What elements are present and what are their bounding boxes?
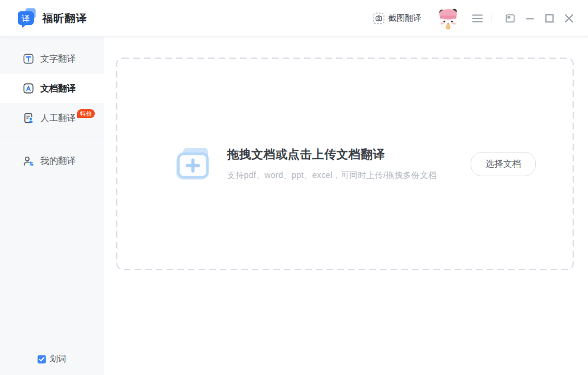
- special-price-badge: 特价: [77, 109, 95, 118]
- sidebar-item-label: 文字翻译: [40, 53, 76, 65]
- screenshot-translate-button[interactable]: 截图翻译: [373, 12, 421, 24]
- sidebar-item-label: 我的翻译: [40, 155, 76, 167]
- word-select-label: 划词: [50, 354, 66, 364]
- app-body: 文字翻译 文档翻译 人工翻译 特价: [0, 37, 588, 375]
- maximize-icon: [545, 14, 554, 23]
- close-button[interactable]: [562, 11, 576, 26]
- sidebar-item-text-translate[interactable]: 文字翻译: [0, 44, 104, 74]
- sidebar-item-label: 人工翻译: [40, 113, 76, 124]
- document-translate-icon: [23, 82, 34, 94]
- user-avatar[interactable]: [437, 7, 459, 30]
- mini-window-button[interactable]: [503, 11, 517, 26]
- minimize-button[interactable]: [523, 11, 537, 26]
- word-select-checkbox[interactable]: 划词: [37, 354, 66, 364]
- select-document-button[interactable]: 选择文档: [471, 152, 536, 176]
- my-translations-icon: [23, 155, 34, 167]
- upload-texts: 拖拽文档或点击上传文档翻译 支持pdf、word、ppt、excel，可同时上传…: [223, 147, 459, 181]
- logo-glyph: 译: [22, 13, 30, 23]
- upload-title: 拖拽文档或点击上传文档翻译: [227, 147, 459, 163]
- app-window: 译 福昕翻译 截图翻译: [0, 0, 588, 375]
- text-translate-icon: [23, 53, 34, 65]
- close-icon: [564, 14, 574, 23]
- title-bar: 译 福昕翻译 截图翻译: [0, 0, 588, 37]
- upload-subtitle: 支持pdf、word、ppt、excel，可同时上传/拖拽多份文档: [227, 170, 459, 181]
- sidebar-divider: [0, 138, 104, 138]
- header-divider: [491, 14, 491, 23]
- upload-row: 拖拽文档或点击上传文档翻译 支持pdf、word、ppt、excel，可同时上传…: [116, 147, 574, 181]
- app-logo-icon: 译: [18, 8, 37, 28]
- sidebar-item-label: 文档翻译: [40, 83, 76, 94]
- upload-dropzone[interactable]: 拖拽文档或点击上传文档翻译 支持pdf、word、ppt、excel，可同时上传…: [116, 58, 574, 270]
- hamburger-menu-icon: [472, 14, 483, 23]
- sidebar-item-my-translations[interactable]: 我的翻译: [0, 146, 104, 176]
- checkbox-checked-icon: [37, 355, 46, 364]
- app-title: 福昕翻译: [42, 11, 87, 26]
- maximize-button[interactable]: [542, 11, 557, 26]
- screenshot-translate-label: 截图翻译: [388, 13, 421, 24]
- minimize-icon: [525, 14, 535, 23]
- mini-window-icon: [505, 13, 516, 24]
- human-translate-icon: [23, 112, 34, 124]
- main-content: 拖拽文档或点击上传文档翻译 支持pdf、word、ppt、excel，可同时上传…: [104, 37, 588, 375]
- menu-button[interactable]: [470, 11, 484, 26]
- sidebar-item-document-translate[interactable]: 文档翻译: [0, 74, 104, 103]
- upload-folder-icon: [175, 147, 212, 181]
- sidebar: 文字翻译 文档翻译 人工翻译 特价: [0, 37, 104, 375]
- header-actions: 截图翻译: [373, 7, 576, 30]
- screenshot-camera-icon: [373, 12, 385, 24]
- sidebar-item-human-translate[interactable]: 人工翻译 特价: [0, 103, 104, 133]
